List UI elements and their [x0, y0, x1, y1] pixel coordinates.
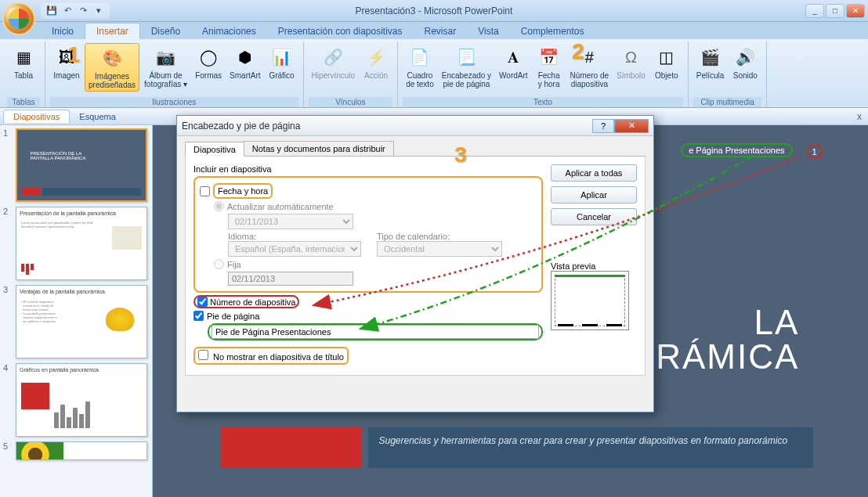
- ribbon-group-title: Vínculos: [309, 97, 393, 107]
- numero-checkbox[interactable]: [197, 297, 208, 307]
- pane-tab-diapositivas[interactable]: Diapositivas: [3, 110, 70, 123]
- tab-revisar[interactable]: Revisar: [414, 23, 468, 39]
- ribbon-icon: ⚡: [363, 45, 389, 70]
- ribbon-icon: ◯: [196, 45, 221, 70]
- ribbon-label: Álbum de fotografías ▾: [144, 71, 187, 88]
- ribbon-group-title: Texto: [403, 97, 683, 107]
- thumb-slide-5[interactable]: [16, 441, 147, 460]
- fija-radio[interactable]: [214, 259, 224, 269]
- ribbon-button[interactable]: ◫Objeto: [650, 43, 683, 81]
- ribbon-button[interactable]: 🎬Película: [693, 43, 728, 81]
- ribbon-label: Gráfico: [269, 71, 294, 80]
- ribbon-button[interactable]: 📄Cuadro de texto: [403, 43, 437, 90]
- tab-animaciones[interactable]: Animaciones: [191, 23, 267, 39]
- redo-icon[interactable]: ↷: [77, 5, 89, 17]
- dialog-help-button[interactable]: ?: [592, 119, 614, 133]
- annotation-2: 2: [572, 39, 584, 64]
- tab-presentacion[interactable]: Presentación con diapositivas: [267, 23, 414, 39]
- ribbon-icon: Ω: [618, 45, 643, 70]
- ribbon-group: 🔗Hipervínculo⚡AcciónVínculos: [304, 41, 399, 107]
- ribbon-button[interactable]: ◯Formas: [192, 43, 225, 81]
- slide-subtitle: Sugerencias y herramientas para crear pa…: [368, 427, 813, 468]
- ribbon-label: Encabezado y pie de página: [442, 71, 491, 88]
- dialog-tab-diapositiva[interactable]: Diapositiva: [185, 142, 244, 157]
- preview-label: Vista previa: [551, 261, 637, 271]
- qat-dropdown-icon[interactable]: ▾: [92, 5, 105, 17]
- office-button[interactable]: [2, 2, 35, 35]
- ribbon: ▦TablaTablas🖼Imagen🎨Imágenes prediseñada…: [0, 39, 868, 108]
- ribbon-button: ΩSímbolo: [613, 43, 649, 81]
- save-icon[interactable]: 💾: [45, 5, 58, 17]
- ribbon-button: ⚡Acción: [360, 43, 392, 81]
- pie-input[interactable]: [212, 325, 539, 339]
- thumb-number: 3: [3, 285, 13, 358]
- ribbon-icon: 🔊: [732, 45, 758, 70]
- tab-vista[interactable]: Vista: [467, 23, 509, 39]
- ribbon-icon: ⬢: [233, 45, 258, 70]
- ribbon-label: Número de diapositiva: [570, 71, 609, 88]
- dialog-tab-notas[interactable]: Notas y documentos para distribuir: [244, 141, 394, 156]
- pane-close-icon[interactable]: x: [857, 111, 862, 122]
- ribbon-icon: 🎨: [99, 45, 125, 70]
- auto-radio[interactable]: [214, 201, 224, 211]
- tab-diseno[interactable]: Diseño: [140, 23, 191, 39]
- cancelar-button[interactable]: Cancelar: [551, 208, 637, 225]
- nomostrar-label: No mostrar en diapositiva de título: [213, 352, 344, 362]
- thumb-slide-4[interactable]: Gráficos en pantalla panorámica: [16, 363, 147, 437]
- ribbon-group-title: Ilustraciones: [50, 97, 298, 107]
- idioma-select[interactable]: Español (España, internacional): [228, 241, 361, 257]
- maximize-button[interactable]: □: [826, 4, 844, 18]
- dialog-titlebar[interactable]: Encabezado y pie de página ? ✕: [177, 116, 653, 136]
- tab-inicio[interactable]: Inicio: [41, 23, 85, 39]
- undo-icon[interactable]: ↶: [61, 5, 74, 17]
- calendario-label: Tipo de calendario:: [377, 232, 502, 241]
- thumb-slide-1[interactable]: PRESENTACIÓN DE LAPANTALLA PANORÁMICA: [16, 128, 147, 202]
- ribbon-group-title: Tablas: [7, 97, 40, 107]
- ribbon-button[interactable]: 🔊Sonido: [729, 43, 761, 81]
- date-select[interactable]: 02/11/2013: [228, 214, 353, 229]
- window-controls: _ □ ✕: [805, 4, 868, 18]
- thumb-slide-3[interactable]: Ventajas de la pantalla panorámica • El …: [16, 285, 147, 358]
- slide-number: 1: [807, 144, 823, 160]
- ribbon-label: WordArt: [499, 71, 528, 80]
- ribbon-button[interactable]: ▦Tabla: [7, 43, 40, 81]
- ribbon-label: Imagen: [53, 71, 79, 80]
- fija-label: Fija: [227, 260, 241, 269]
- thumb-number: 1: [3, 128, 13, 202]
- fija-input[interactable]: [228, 272, 353, 286]
- ribbon-icon: 🔗: [320, 45, 345, 70]
- ribbon-icon: 📅: [537, 45, 562, 70]
- ribbon-button[interactable]: 📷Álbum de fotografías ▾: [141, 43, 190, 90]
- ribbon-button[interactable]: ⬢SmartArt: [226, 43, 263, 81]
- aplicar-button[interactable]: Aplicar: [551, 186, 637, 203]
- calendario-select[interactable]: Occidental: [377, 241, 502, 257]
- ribbon-button[interactable]: 📅Fecha y hora: [533, 43, 566, 90]
- ribbon-group: 📄Cuadro de texto📃Encabezado y pie de pág…: [398, 41, 689, 107]
- fecha-checkbox[interactable]: [200, 186, 210, 196]
- ribbon-button[interactable]: 📊Gráfico: [266, 43, 298, 81]
- thumb-number: 4: [3, 363, 13, 437]
- ribbon-button[interactable]: 📃Encabezado y pie de página: [439, 43, 494, 90]
- ribbon-label: SmartArt: [230, 71, 260, 80]
- minimize-button[interactable]: _: [805, 4, 824, 18]
- dialog-close-button[interactable]: ✕: [614, 119, 649, 133]
- pie-label: Pie de página: [207, 312, 259, 321]
- ribbon-group: ▦TablaTablas: [2, 41, 45, 107]
- annotation-3: 3: [454, 142, 467, 167]
- pie-checkbox[interactable]: [193, 311, 204, 321]
- tab-complementos[interactable]: Complementos: [510, 23, 595, 39]
- tab-insertar[interactable]: Insertar: [85, 23, 140, 39]
- annotation-1: 1: [67, 42, 80, 67]
- numero-label: Número de diapositiva: [210, 297, 295, 307]
- thumb-slide-2[interactable]: Presentación de la pantalla panorámica L…: [16, 207, 147, 280]
- ribbon-button[interactable]: 🎨Imágenes prediseñadas: [85, 43, 139, 92]
- ribbon-group: 🖼Imagen🎨Imágenes prediseñadas📷Álbum de f…: [45, 41, 304, 107]
- aplicar-todas-button[interactable]: Aplicar a todas: [551, 164, 637, 182]
- ribbon-tabs: Inicio Insertar Diseño Animaciones Prese…: [0, 22, 868, 39]
- nomostrar-checkbox[interactable]: [198, 350, 208, 360]
- pane-tab-esquema[interactable]: Esquema: [70, 110, 125, 123]
- close-button[interactable]: ✕: [846, 4, 865, 18]
- ribbon-group-title: Clip multimedia: [693, 97, 762, 107]
- slide-thumbnails[interactable]: 1 PRESENTACIÓN DE LAPANTALLA PANORÁMICA …: [0, 125, 153, 497]
- ribbon-button[interactable]: 𝐀WordArt: [496, 43, 531, 81]
